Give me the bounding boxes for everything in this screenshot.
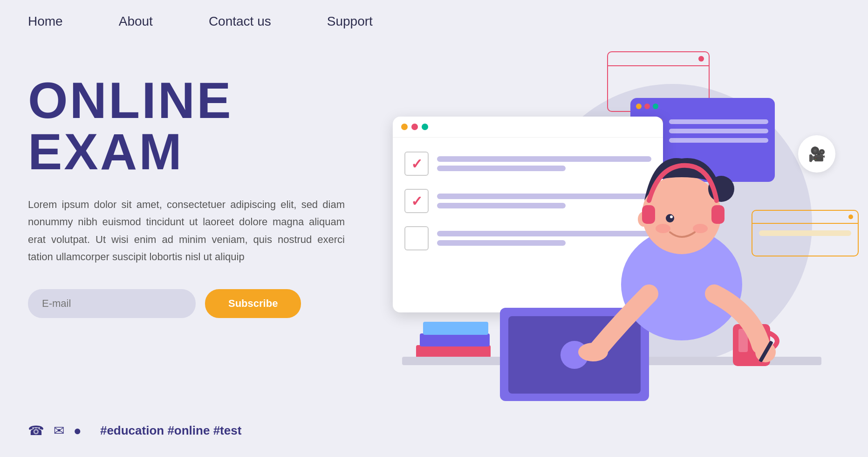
illustration-area: 🎥 ✓ ✓ bbox=[355, 23, 868, 443]
svg-rect-2 bbox=[423, 322, 488, 335]
main-illustration-svg bbox=[379, 61, 868, 457]
svg-point-18 bbox=[656, 224, 670, 233]
hashtags: #education #online #test bbox=[100, 423, 241, 438]
hero-left: ONLINE EXAM Lorem ipsum dolor sit amet, … bbox=[28, 75, 345, 318]
subscribe-row: Subscribe bbox=[28, 289, 345, 318]
hero-description: Lorem ipsum dolor sit amet, consectetuer… bbox=[28, 196, 345, 266]
svg-point-21 bbox=[578, 343, 608, 361]
location-icon: ● bbox=[74, 423, 82, 438]
svg-point-15 bbox=[666, 214, 674, 222]
books-group bbox=[416, 322, 491, 358]
email-icon: ✉ bbox=[54, 423, 64, 438]
nav-contact[interactable]: Contact us bbox=[209, 14, 271, 29]
nav-about[interactable]: About bbox=[119, 14, 153, 29]
svg-rect-0 bbox=[416, 345, 491, 358]
nav-home[interactable]: Home bbox=[28, 14, 63, 29]
svg-rect-14 bbox=[711, 205, 724, 224]
svg-point-17 bbox=[693, 224, 708, 233]
footer-bar: ☎ ✉ ● #education #online #test bbox=[28, 423, 241, 438]
main-title: ONLINE EXAM bbox=[28, 75, 345, 177]
svg-point-16 bbox=[670, 215, 673, 218]
phone-icon: ☎ bbox=[28, 423, 44, 438]
email-input[interactable] bbox=[28, 289, 196, 318]
svg-rect-13 bbox=[642, 205, 655, 224]
svg-rect-1 bbox=[420, 333, 490, 346]
subscribe-button[interactable]: Subscribe bbox=[205, 289, 301, 318]
